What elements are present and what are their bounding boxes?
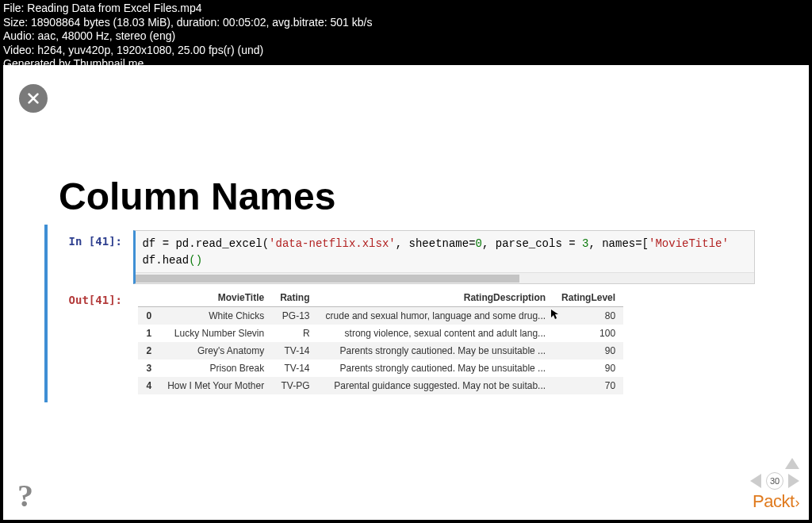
table-row: 4How I Met Your MotherTV-PGParental guid… [138, 377, 623, 394]
output-table: MovieTitleRatingRatingDescriptionRatingL… [133, 289, 755, 394]
cursor-icon [550, 309, 560, 320]
code-horizontal-scrollbar[interactable] [136, 272, 754, 283]
table-cell: White Chicks [159, 307, 272, 325]
close-button[interactable] [19, 84, 48, 113]
table-header: RatingDescription [318, 289, 554, 307]
dataframe-table: MovieTitleRatingRatingDescriptionRatingL… [138, 289, 623, 394]
table-cell: Prison Break [159, 360, 272, 377]
table-cell: crude and sexual humor, language and som… [318, 307, 554, 325]
table-cell: Grey's Anatomy [159, 342, 272, 360]
slide-number: 30 [766, 472, 783, 490]
table-cell: strong violence, sexual content and adul… [318, 325, 554, 342]
table-header: MovieTitle [159, 289, 272, 307]
in-prompt: In [41]: [44, 230, 130, 248]
table-cell: Parental guidance suggested. May not be … [318, 377, 554, 394]
code-tok: , names=[ [588, 237, 649, 250]
table-cell: 2 [138, 342, 159, 360]
table-cell: 80 [553, 307, 623, 325]
out-prompt: Out[41]: [44, 289, 130, 306]
table-cell: 90 [553, 342, 623, 360]
table-cell: Lucky Number Slevin [159, 325, 272, 342]
table-row: 1Lucky Number SlevinRstrong violence, se… [138, 325, 623, 342]
table-cell: How I Met Your Mother [159, 377, 272, 394]
table-cell: R [272, 325, 317, 342]
code-tok: 'MovieTitle' [649, 237, 729, 250]
code-tok: , sheetname= [396, 237, 476, 250]
table-cell: 4 [138, 377, 159, 394]
table-cell: 3 [138, 360, 159, 377]
table-row: 3Prison BreakTV-14Parents strongly cauti… [138, 360, 623, 377]
table-cell: TV-PG [272, 377, 317, 394]
table-cell: 0 [138, 307, 159, 325]
table-cell: PG-13 [272, 307, 317, 325]
code-tok: () [189, 254, 202, 267]
table-cell: 70 [553, 377, 623, 394]
table-header: RatingLevel [553, 289, 623, 307]
slide-nav: 30 Packt› [750, 458, 799, 512]
code-input[interactable]: df = pd.read_excel('data-netflix.xlsx', … [133, 230, 755, 284]
table-row: 2Grey's AnatomyTV-14Parents strongly cau… [138, 342, 623, 360]
video-metadata: File: Reading Data from Excel Files.mp4 … [0, 0, 812, 74]
nav-prev-icon[interactable] [750, 474, 761, 488]
notebook-cell: In [41]: df = pd.read_excel('data-netfli… [44, 224, 768, 402]
table-row: 0White ChicksPG-13crude and sexual humor… [138, 307, 623, 325]
table-cell: TV-14 [272, 360, 317, 377]
code-tok: , parse_cols = [482, 237, 582, 250]
nav-next-icon[interactable] [788, 474, 799, 488]
nav-up-icon[interactable] [785, 458, 799, 469]
table-cell: 100 [553, 325, 623, 342]
table-cell: Parents strongly cautioned. May be unsui… [318, 342, 554, 360]
code-tok: 0 [476, 237, 482, 250]
table-cell: TV-14 [272, 342, 317, 360]
table-cell: 90 [553, 360, 623, 377]
meta-file: File: Reading Data from Excel Files.mp4 [3, 2, 809, 16]
help-button[interactable]: ? [17, 477, 40, 509]
table-header [138, 289, 159, 307]
meta-video: Video: h264, yuv420p, 1920x1080, 25.00 f… [3, 44, 809, 58]
meta-audio: Audio: aac, 48000 Hz, stereo (eng) [3, 29, 809, 44]
code-tok: 'data-netflix.xlsx' [269, 237, 396, 250]
close-icon [26, 91, 40, 106]
code-tok: df = pd.read_excel( [142, 237, 269, 250]
slide-title: Column Names [59, 175, 335, 218]
frame-timestamp: 00:04:03 [768, 509, 812, 523]
table-cell: Parents strongly cautioned. May be unsui… [318, 360, 554, 377]
table-header: Rating [272, 289, 317, 307]
table-cell: 1 [138, 325, 159, 342]
code-tok: df.head [142, 254, 189, 267]
meta-size: Size: 18908864 bytes (18.03 MiB), durati… [3, 16, 809, 30]
scrollbar-thumb[interactable] [136, 275, 519, 283]
